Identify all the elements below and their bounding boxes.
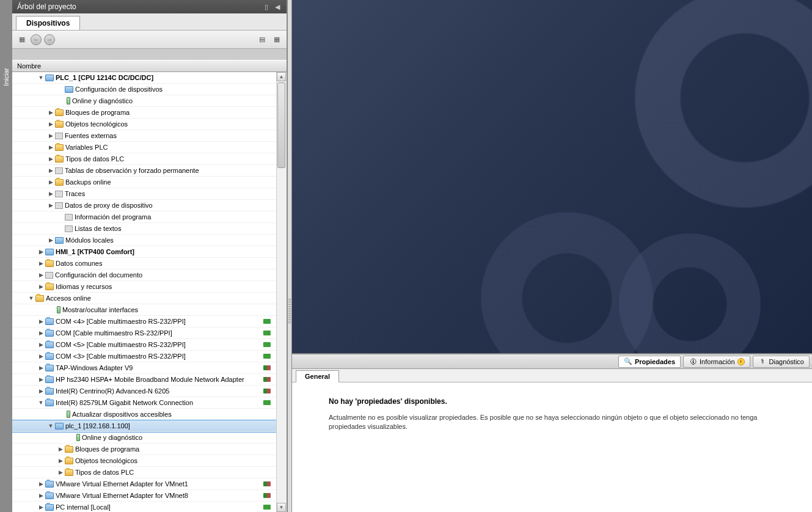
tree-expander-icon[interactable]: ▶ [48, 109, 54, 115]
tab-devices[interactable]: Dispositivos [16, 16, 80, 30]
tree-item[interactable]: Actualizar dispositivos accesibles [12, 409, 287, 420]
tree-expander-icon[interactable]: ▶ [48, 191, 54, 197]
tree-item[interactable]: ▼Accesos online [12, 293, 287, 304]
network-status-icon [258, 388, 276, 394]
tree-item[interactable]: ▼Intel(R) 82579LM Gigabit Network Connec… [12, 397, 287, 409]
tree-item[interactable]: ▶TAP-Windows Adapter V9 [12, 362, 287, 374]
tree-expander-icon[interactable]: ▶ [57, 458, 64, 464]
tree-expander-icon[interactable]: ▶ [48, 133, 54, 139]
tree-expander-icon[interactable]: ▶ [48, 179, 54, 185]
tree-expander-icon[interactable]: ▼ [38, 400, 44, 406]
tab-information[interactable]: 🛈 Información i [683, 356, 750, 368]
toolbar-forward-button[interactable]: → [44, 34, 55, 45]
tree-scrollbar[interactable]: ▲ ▼ [276, 72, 287, 512]
tree-expander-icon[interactable]: ▶ [38, 492, 44, 499]
tree-expander-icon[interactable]: ▶ [38, 272, 44, 278]
tree-item[interactable]: ▶Idiomas y recursos [12, 281, 287, 293]
tree-expander-icon[interactable]: ▶ [38, 260, 44, 266]
tree-item[interactable]: ▶Variables PLC [12, 142, 287, 153]
dock-label-iniciar[interactable]: Iniciar [2, 68, 10, 86]
network-status-icon [258, 342, 276, 348]
tab-diagnostics[interactable]: ⚕ Diagnóstico [753, 356, 810, 368]
tree-expander-icon[interactable]: ▶ [38, 353, 44, 359]
tree-item-label: Variables PLC [65, 144, 276, 151]
gear-decoration-icon [616, 0, 812, 226]
tree-expander-icon[interactable]: ▶ [38, 504, 44, 510]
tree-expander-icon[interactable]: ▶ [38, 249, 44, 255]
tree-item[interactable]: Listas de textos [12, 223, 287, 235]
tree-expander-icon[interactable]: ▼ [48, 423, 54, 429]
tree-item[interactable]: Online y diagnóstico [12, 432, 287, 444]
tree-item[interactable]: ▶HP hs2340 HSPA+ Mobile Broadband Module… [12, 374, 287, 386]
tree-item[interactable]: ▶COM <3> [Cable multimaestro RS-232/PPI] [12, 351, 287, 362]
bluefolder-icon [45, 330, 54, 337]
tree-item[interactable]: Online y diagnóstico [12, 95, 287, 107]
tree-item[interactable]: ▶Bloques de programa [12, 444, 287, 455]
tree-item[interactable]: ▶VMware Virtual Ethernet Adapter for VMn… [12, 490, 287, 502]
tree-item[interactable]: ▶Datos de proxy de dispositivo [12, 200, 287, 211]
tree-expander-icon[interactable]: ▶ [38, 330, 44, 336]
vertical-splitter[interactable] [287, 0, 292, 512]
tree-item-label: VMware Virtual Ethernet Adapter for VMne… [56, 480, 258, 488]
tree-item[interactable]: ▶Tablas de observación y forzado permane… [12, 165, 287, 177]
tree-item[interactable]: ▼PLC_1 [CPU 1214C DC/DC/DC] [12, 72, 287, 84]
tree-expander-icon[interactable]: ▶ [38, 388, 44, 394]
tree-item[interactable]: ▶Objetos tecnológicos [12, 119, 287, 130]
tree-item[interactable]: ▶Traces [12, 188, 287, 200]
tree-item[interactable]: ▼plc_1 [192.168.1.100] [12, 420, 287, 432]
tree-item[interactable]: ▶Configuración del documento [12, 269, 287, 281]
toolbar-back-button[interactable]: ← [31, 34, 42, 45]
tree-expander-icon[interactable]: ▶ [38, 318, 44, 324]
tree-expander-icon[interactable]: ▼ [38, 75, 44, 81]
tree-item[interactable]: Mostrar/ocultar interfaces [12, 304, 287, 316]
tree-item[interactable]: Información del programa [12, 211, 287, 223]
generic-icon [45, 272, 53, 279]
tree-expander-icon[interactable]: ▶ [38, 342, 44, 348]
tree-item[interactable]: ▶Módulos locales [12, 235, 287, 246]
tree-item[interactable]: ▶PC internal [Local] [12, 502, 287, 512]
sub-tab-general[interactable]: General [296, 370, 339, 382]
tree-item[interactable]: ▶Backups online [12, 177, 287, 188]
tree-item[interactable]: ▶Objetos tecnológicos [12, 455, 287, 467]
tree-item-label: Objetos tecnológicos [65, 120, 276, 128]
tree-item[interactable]: ▶Bloques de programa [12, 107, 287, 119]
tool-icon [76, 434, 80, 441]
tree-item[interactable]: ▶COM <4> [Cable multimaestro RS-232/PPI] [12, 316, 287, 327]
tree-expander-icon[interactable]: ▶ [48, 202, 54, 208]
tree-item[interactable]: ▶Tipos de datos PLC [12, 153, 287, 165]
tree-item[interactable]: ▶Datos comunes [12, 258, 287, 269]
tree-expander-icon[interactable]: ▶ [48, 121, 54, 127]
tree-item[interactable]: ▶COM <5> [Cable multimaestro RS-232/PPI] [12, 339, 287, 351]
tree-expander-icon[interactable]: ▶ [48, 156, 54, 162]
tab-properties[interactable]: 🔍 Propiedades [618, 356, 681, 368]
tree-item[interactable]: ▶Fuentes externas [12, 130, 287, 142]
tree-item[interactable]: ▶VMware Virtual Ethernet Adapter for VMn… [12, 478, 287, 490]
panel-pin-icon[interactable]: ▯ [262, 2, 271, 11]
panel-collapse-icon[interactable]: ◀ [273, 2, 282, 11]
device-icon [45, 249, 54, 255]
scroll-down-button[interactable]: ▼ [277, 503, 286, 512]
tree-expander-icon[interactable]: ▶ [38, 481, 44, 487]
tree-expander-icon[interactable]: ▶ [48, 144, 54, 150]
scroll-up-button[interactable]: ▲ [277, 72, 286, 81]
tree-expander-icon[interactable]: ▶ [57, 446, 64, 452]
tree-item[interactable]: ▶Intel(R) Centrino(R) Advanced-N 6205 [12, 386, 287, 397]
scroll-thumb[interactable] [277, 82, 285, 168]
tree-item[interactable]: Configuración de dispositivos [12, 84, 287, 95]
toolbar-list-icon[interactable]: ▦ [271, 34, 283, 46]
toolbar-new-icon[interactable]: ▦ [16, 34, 28, 46]
tree-item[interactable]: ▶COM [Cable multimaestro RS-232/PPI] [12, 327, 287, 339]
tree-expander-icon[interactable]: ▶ [38, 376, 44, 382]
tree-expander-icon[interactable]: ▶ [38, 283, 44, 290]
tree-expander-icon[interactable]: ▶ [48, 167, 54, 174]
tree-column-header[interactable]: Nombre [12, 60, 287, 72]
tree-expander-icon[interactable]: ▶ [57, 469, 64, 475]
tree-expander-icon[interactable]: ▶ [48, 237, 54, 243]
left-dock-strip[interactable]: Iniciar [0, 0, 12, 512]
tree-item[interactable]: ▶HMI_1 [KTP400 Comfort] [12, 246, 287, 258]
tree-expander-icon[interactable]: ▼ [28, 295, 34, 301]
device-icon [45, 75, 54, 81]
tree-expander-icon[interactable]: ▶ [38, 365, 44, 371]
toolbar-grid-icon[interactable]: ▤ [256, 34, 268, 46]
tree-item[interactable]: ▶Tipos de datos PLC [12, 467, 287, 478]
